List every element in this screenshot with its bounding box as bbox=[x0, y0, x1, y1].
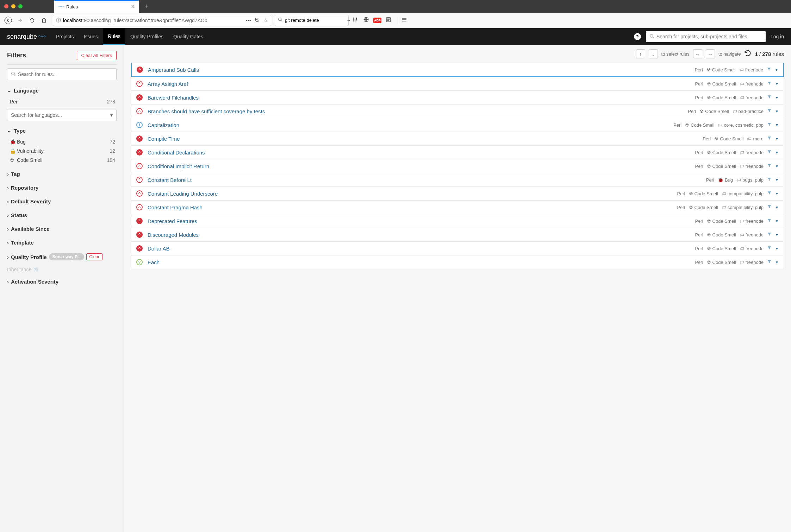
filter-icon[interactable] bbox=[767, 246, 772, 251]
global-search[interactable] bbox=[646, 31, 766, 42]
filter-icon[interactable] bbox=[767, 108, 772, 114]
filter-icon[interactable] bbox=[767, 95, 772, 100]
rule-row[interactable]: ^ Bareword Filehandles Perl ☢ Code Smell… bbox=[131, 91, 784, 104]
rule-name-link[interactable]: Compile Time bbox=[148, 136, 698, 142]
rule-name-link[interactable]: Conditional Implicit Return bbox=[148, 163, 690, 169]
rule-name-link[interactable]: Branches should have sufficient coverage… bbox=[148, 108, 683, 114]
filter-icon[interactable] bbox=[767, 232, 772, 238]
type-item-bug[interactable]: 🐞Bug72 bbox=[8, 137, 117, 146]
close-tab-icon[interactable]: × bbox=[131, 4, 135, 10]
filter-icon[interactable] bbox=[767, 163, 772, 169]
rule-row[interactable]: ^ Constant Pragma Hash Perl ☢ Code Smell… bbox=[131, 201, 784, 214]
rule-search-input[interactable] bbox=[18, 71, 113, 77]
actions-caret-icon[interactable]: ▼ bbox=[775, 137, 779, 141]
address-bar[interactable]: ⓘ localhost:9000/coding_rules?activation… bbox=[53, 15, 271, 26]
maximize-window-button[interactable] bbox=[18, 4, 23, 8]
actions-caret-icon[interactable]: ▼ bbox=[775, 233, 779, 237]
clear-all-filters-button[interactable]: Clear All Filters bbox=[77, 51, 117, 60]
actions-caret-icon[interactable]: ▼ bbox=[775, 247, 779, 251]
info-icon[interactable]: ?⃝ bbox=[33, 267, 38, 272]
actions-caret-icon[interactable]: ▼ bbox=[775, 151, 779, 154]
nav-quality-profiles[interactable]: Quality Profiles bbox=[125, 28, 168, 45]
bookmark-star-icon[interactable]: ☆ bbox=[263, 17, 268, 24]
global-search-input[interactable] bbox=[656, 34, 762, 39]
rule-name-link[interactable]: Conditional Declarations bbox=[148, 150, 690, 156]
rule-row[interactable]: ^ Array Assign Aref Perl ☢ Code Smell 🏷 … bbox=[131, 77, 784, 91]
rule-name-link[interactable]: Ampersand Sub Calls bbox=[148, 67, 690, 73]
reader-icon[interactable] bbox=[386, 17, 391, 24]
actions-caret-icon[interactable]: ▼ bbox=[775, 178, 779, 182]
filter-icon[interactable] bbox=[767, 136, 772, 141]
rule-row[interactable]: ^ Branches should have sufficient covera… bbox=[131, 104, 784, 118]
actions-caret-icon[interactable]: ▼ bbox=[775, 260, 779, 264]
nav-quality-gates[interactable]: Quality Gates bbox=[168, 28, 208, 45]
rule-name-link[interactable]: Dollar AB bbox=[148, 246, 690, 252]
rule-row[interactable]: ^ Compile Time Perl ☢ Code Smell 🏷 more … bbox=[131, 132, 784, 146]
rule-row[interactable]: ^ Discouraged Modules Perl ☢ Code Smell … bbox=[131, 228, 784, 242]
rule-name-link[interactable]: Each bbox=[148, 259, 690, 265]
actions-caret-icon[interactable]: ▼ bbox=[775, 205, 779, 209]
rule-name-link[interactable]: Constant Before Lt bbox=[148, 177, 701, 183]
rule-row[interactable]: ^ Ampersand Sub Calls Perl ☢ Code Smell … bbox=[131, 63, 784, 77]
key-down-button[interactable]: ↓ bbox=[649, 49, 658, 58]
reload-button[interactable] bbox=[27, 15, 37, 26]
minimize-window-button[interactable] bbox=[11, 4, 15, 8]
new-tab-button[interactable]: + bbox=[141, 3, 152, 10]
actions-caret-icon[interactable]: ▼ bbox=[775, 109, 779, 113]
help-icon[interactable]: ? bbox=[634, 33, 641, 40]
type-item-code-smell[interactable]: ☢Code Smell194 bbox=[8, 156, 117, 165]
browser-search-input[interactable] bbox=[285, 18, 344, 23]
clear-quality-profile-button[interactable]: Clear bbox=[86, 253, 103, 260]
login-link[interactable]: Log in bbox=[771, 34, 784, 39]
filter-icon[interactable] bbox=[767, 67, 771, 72]
sonarqube-logo[interactable]: sonarqube 〰 bbox=[7, 33, 45, 40]
actions-caret-icon[interactable]: ▼ bbox=[775, 123, 779, 127]
quality-profile-pill[interactable]: Sonar way P... bbox=[49, 253, 84, 260]
back-button[interactable] bbox=[3, 15, 13, 26]
filter-icon[interactable] bbox=[767, 81, 772, 87]
actions-caret-icon[interactable]: ▼ bbox=[775, 82, 779, 86]
rule-name-link[interactable]: Array Assign Aref bbox=[148, 81, 690, 87]
rule-row[interactable]: i Capitalization Perl ☢ Code Smell 🏷 cor… bbox=[131, 118, 784, 132]
key-right-button[interactable]: → bbox=[706, 49, 715, 58]
facet-repository-header[interactable]: ›Repository bbox=[7, 183, 117, 192]
actions-caret-icon[interactable]: ▼ bbox=[775, 192, 779, 196]
rule-row[interactable]: v Each Perl ☢ Code Smell 🏷 freenode ▼ bbox=[131, 255, 784, 269]
rule-name-link[interactable]: Constant Pragma Hash bbox=[148, 204, 672, 210]
home-button[interactable] bbox=[39, 15, 49, 26]
language-item[interactable]: Perl278 bbox=[8, 97, 117, 106]
browser-search-box[interactable]: → bbox=[275, 15, 349, 26]
adblock-icon[interactable]: ABP bbox=[373, 18, 381, 23]
rule-search-box[interactable] bbox=[7, 68, 117, 80]
type-item-vulnerability[interactable]: 🔒Vulnerability12 bbox=[8, 146, 117, 156]
facet-type-header[interactable]: ⌄ Type bbox=[7, 126, 117, 135]
facet-language-header[interactable]: ⌄ Language bbox=[7, 86, 117, 95]
rule-name-link[interactable]: Bareword Filehandles bbox=[148, 95, 690, 101]
rule-name-link[interactable]: Discouraged Modules bbox=[148, 232, 690, 238]
actions-caret-icon[interactable]: ▼ bbox=[775, 96, 779, 100]
filter-icon[interactable] bbox=[767, 177, 772, 183]
rule-row[interactable]: ^ Dollar AB Perl ☢ Code Smell 🏷 freenode… bbox=[131, 242, 784, 255]
rule-name-link[interactable]: Constant Leading Underscore bbox=[148, 191, 672, 197]
site-info-icon[interactable]: ⓘ bbox=[56, 17, 61, 24]
browser-tab[interactable]: 〰 Rules × bbox=[54, 0, 139, 13]
nav-rules[interactable]: Rules bbox=[103, 28, 125, 45]
search-go-icon[interactable]: → bbox=[346, 18, 351, 23]
facet-status-header[interactable]: ›Status bbox=[7, 211, 117, 220]
facet-quality-profile-header[interactable]: › Quality Profile Sonar way P... Clear bbox=[7, 252, 117, 262]
rule-row[interactable]: ^ Conditional Implicit Return Perl ☢ Cod… bbox=[131, 159, 784, 173]
facet-tag-header[interactable]: ›Tag bbox=[7, 170, 117, 178]
key-left-button[interactable]: ← bbox=[693, 49, 702, 58]
actions-caret-icon[interactable]: ▼ bbox=[775, 219, 779, 223]
rule-row[interactable]: ^ Deprecated Features Perl ☢ Code Smell … bbox=[131, 214, 784, 228]
language-select[interactable]: Search for languages... ▾ bbox=[7, 109, 117, 121]
rule-name-link[interactable]: Capitalization bbox=[148, 122, 668, 128]
key-up-button[interactable]: ↑ bbox=[636, 49, 645, 58]
facet-template-header[interactable]: ›Template bbox=[7, 238, 117, 247]
reload-icon[interactable] bbox=[744, 50, 751, 58]
rule-row[interactable]: ^ Conditional Declarations Perl ☢ Code S… bbox=[131, 146, 784, 159]
filter-icon[interactable] bbox=[767, 218, 772, 224]
filter-icon[interactable] bbox=[767, 191, 772, 196]
filter-icon[interactable] bbox=[767, 150, 772, 155]
pocket-icon[interactable] bbox=[255, 17, 260, 24]
